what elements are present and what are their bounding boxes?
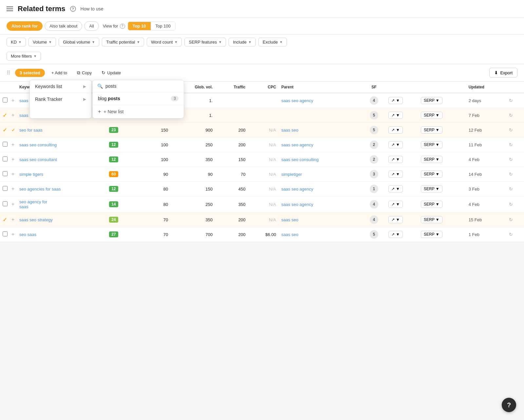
trend-button[interactable]: ↗ ▼	[388, 112, 402, 119]
drag-handle-icon: ⠿	[7, 70, 10, 76]
selected-badge: 3 selected	[15, 69, 45, 77]
filter-kd[interactable]: KD ▼	[7, 38, 26, 46]
plus-btn[interactable]: +	[11, 186, 14, 192]
row-checkbox[interactable]	[3, 186, 8, 191]
menu-item-keywords-list[interactable]: Keywords list ▶	[30, 80, 91, 93]
refresh-icon[interactable]: ↻	[509, 202, 513, 207]
sf-badge: 4	[370, 215, 378, 224]
row-checkbox[interactable]	[3, 156, 8, 161]
refresh-icon[interactable]: ↻	[509, 217, 513, 222]
plus-btn[interactable]: +	[11, 171, 14, 177]
parent-link[interactable]: saas seo agency	[281, 202, 313, 207]
filter-include[interactable]: Include ▼	[229, 38, 256, 46]
plus-btn[interactable]: +	[11, 217, 14, 222]
plus-icon: +	[98, 109, 101, 115]
top10-tab[interactable]: Top 10	[128, 22, 151, 30]
how-to-use-link[interactable]: How to use	[81, 6, 103, 11]
plus-btn[interactable]: +	[11, 201, 14, 207]
trend-button[interactable]: ↗ ▼	[388, 97, 402, 104]
keyword-link[interactable]: simple tigers	[19, 172, 43, 177]
serp-button[interactable]: SERP ▼	[421, 112, 442, 119]
new-list-row[interactable]: + + New list	[93, 105, 184, 118]
filter-exclude[interactable]: Exclude ▼	[258, 38, 287, 46]
toolbar: ⠿ 3 selected + Add to ⧉ Copy ↻ Update ⬇ …	[0, 64, 524, 82]
trend-button[interactable]: ↗ ▼	[388, 171, 402, 178]
row-checkbox[interactable]	[3, 201, 8, 206]
filter-volume[interactable]: Volume ▼	[28, 38, 56, 46]
refresh-icon[interactable]: ↻	[509, 232, 513, 237]
filter-global-volume[interactable]: Global volume ▼	[59, 38, 99, 46]
parent-link[interactable]: simpletiger	[281, 172, 302, 177]
copy-button[interactable]: ⧉ Copy	[74, 68, 95, 77]
check-mark: ✓	[3, 113, 7, 118]
parent-link[interactable]: saas seo	[281, 232, 298, 237]
keyword-link[interactable]: saas seo strategy	[19, 217, 53, 222]
plus-btn[interactable]: +	[11, 98, 14, 103]
keyword-link[interactable]: seo agency forsaas	[19, 199, 47, 209]
filter-more[interactable]: More filters ▼	[7, 52, 41, 61]
serp-button[interactable]: SERP ▼	[421, 156, 442, 163]
hamburger-menu[interactable]	[7, 7, 13, 11]
view-for-label: View for ?	[103, 24, 125, 29]
refresh-icon[interactable]: ↻	[509, 186, 513, 192]
search-result-blog-posts[interactable]: blog posts 3	[93, 92, 184, 105]
refresh-icon[interactable]: ↻	[509, 157, 513, 162]
serp-button[interactable]: SERP ▼	[421, 185, 442, 192]
parent-link[interactable]: saas seo	[281, 217, 298, 222]
trend-button[interactable]: ↗ ▼	[388, 126, 402, 134]
trend-button[interactable]: ↗ ▼	[388, 141, 402, 148]
serp-button[interactable]: SERP ▼	[421, 231, 442, 238]
parent-link[interactable]: saas seo	[281, 128, 298, 133]
export-button[interactable]: ⬇ Export	[489, 68, 517, 78]
refresh-icon[interactable]: ↻	[509, 113, 513, 118]
filter-serp-features[interactable]: SERP features ▼	[184, 38, 226, 46]
keyword-link[interactable]: seo agencies for saas	[19, 187, 61, 192]
trend-button[interactable]: ↗ ▼	[388, 216, 402, 223]
keyword-link[interactable]: saas seo consulting	[19, 142, 57, 147]
trend-button[interactable]: ↗ ▼	[388, 231, 402, 238]
tab-all[interactable]: All	[84, 21, 99, 31]
filter-traffic-potential[interactable]: Traffic potential ▼	[102, 38, 144, 46]
refresh-icon[interactable]: ↻	[509, 142, 513, 147]
trend-button[interactable]: ↗ ▼	[388, 201, 402, 208]
serp-button[interactable]: SERP ▼	[421, 201, 442, 208]
top100-tab[interactable]: Top 100	[151, 22, 175, 30]
refresh-icon[interactable]: ↻	[509, 127, 513, 133]
parent-link[interactable]: saas seo agency	[281, 142, 313, 147]
search-input-row: 🔍	[93, 80, 184, 92]
row-checkbox[interactable]	[3, 98, 8, 102]
serp-button[interactable]: SERP ▼	[421, 171, 442, 178]
add-to-button[interactable]: + Add to	[48, 69, 70, 77]
filter-word-count[interactable]: Word count ▼	[147, 38, 182, 46]
refresh-icon[interactable]: ↻	[509, 98, 513, 103]
serp-button[interactable]: SERP ▼	[421, 216, 442, 223]
serp-button[interactable]: SERP ▼	[421, 126, 442, 134]
trend-button[interactable]: ↗ ▼	[388, 156, 402, 163]
check-mark: ✓	[3, 217, 7, 223]
plus-btn[interactable]: +	[11, 231, 14, 237]
tab-also-talk-about[interactable]: Also talk about	[45, 21, 82, 31]
parent-link[interactable]: saas seo consulting	[281, 157, 319, 162]
keyword-link[interactable]: seo for saas	[19, 128, 43, 133]
keyword-link[interactable]: saas seo consultant	[19, 157, 57, 162]
kd-badge: 12	[109, 186, 118, 192]
sf-badge: 2	[370, 155, 378, 164]
row-checkbox[interactable]	[3, 142, 8, 147]
refresh-icon[interactable]: ↻	[509, 172, 513, 177]
menu-item-rank-tracker[interactable]: Rank Tracker ▶	[30, 93, 91, 105]
serp-button[interactable]: SERP ▼	[421, 97, 442, 104]
trend-button[interactable]: ↗ ▼	[388, 185, 402, 192]
context-menu: Keywords list ▶ Rank Tracker ▶	[29, 80, 92, 119]
parent-link[interactable]: saas seo agency	[281, 98, 313, 103]
row-checkbox[interactable]	[3, 231, 8, 236]
row-checkbox[interactable]	[3, 171, 8, 176]
plus-btn[interactable]: +	[11, 112, 14, 118]
keyword-link[interactable]: seo saas	[19, 232, 36, 237]
tab-also-rank-for[interactable]: Also rank for	[7, 21, 43, 31]
parent-link[interactable]: saas seo agency	[281, 187, 313, 192]
search-input[interactable]	[105, 83, 179, 89]
serp-button[interactable]: SERP ▼	[421, 141, 442, 148]
plus-btn[interactable]: +	[11, 142, 14, 147]
update-button[interactable]: ↻ Update	[98, 68, 124, 77]
plus-btn[interactable]: +	[11, 156, 14, 162]
